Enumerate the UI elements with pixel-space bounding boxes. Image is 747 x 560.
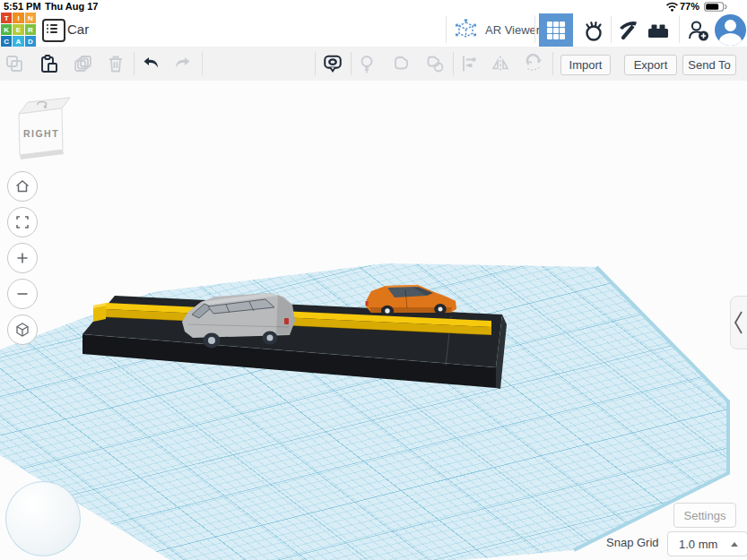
- divider: [611, 16, 612, 43]
- grid-icon: [546, 21, 566, 40]
- home-view-button[interactable]: [7, 171, 38, 202]
- redo-button[interactable]: [171, 53, 193, 74]
- snap-grid-value: 1.0 mm: [668, 538, 731, 551]
- notes-button[interactable]: [322, 53, 343, 74]
- battery-percent: 77%: [680, 1, 699, 12]
- ungroup-button[interactable]: [424, 53, 446, 74]
- ar-viewer-label: AR Viewer: [485, 23, 540, 37]
- scene-3d: RIGHT: [0, 81, 747, 560]
- status-date: Thu Aug 17: [45, 1, 98, 12]
- logo-tile: N: [25, 13, 36, 23]
- logo-tile: A: [13, 36, 23, 47]
- home-icon: [13, 177, 31, 195]
- logo-tile: E: [13, 24, 23, 35]
- shapes-panel-handle[interactable]: [730, 296, 747, 349]
- export-minecraft-button[interactable]: [615, 18, 640, 43]
- divider: [351, 52, 352, 75]
- clock-time: 5:51 PM: [4, 1, 41, 12]
- export-button[interactable]: Export: [624, 55, 677, 75]
- chevron-left-icon: [731, 297, 747, 349]
- divider: [446, 16, 447, 43]
- mirror-button[interactable]: [490, 53, 511, 74]
- copy-button[interactable]: [4, 53, 25, 74]
- logo-tile: K: [1, 24, 12, 35]
- modeling-canvas[interactable]: RIGHT Settings Snap Grid 1.0 mm: [0, 81, 747, 560]
- orbit-pad[interactable]: [5, 481, 81, 556]
- battery-icon: [704, 2, 727, 12]
- add-collaborator-button[interactable]: [686, 18, 711, 43]
- divider: [202, 52, 203, 75]
- tinkercad-logo[interactable]: T I N K E R C A D: [1, 13, 36, 47]
- profile-avatar[interactable]: [715, 14, 746, 46]
- logo-tile: D: [25, 36, 36, 47]
- logo-tile: C: [1, 36, 12, 47]
- import-button[interactable]: Import: [560, 55, 611, 75]
- pickaxe-icon: [616, 19, 639, 42]
- logo-tile: T: [1, 13, 12, 23]
- fit-view-button[interactable]: [7, 207, 38, 237]
- design-title: Car: [67, 13, 89, 47]
- view-cube-label: RIGHT: [23, 128, 59, 139]
- zoom-in-button[interactable]: [7, 243, 38, 273]
- ar-cube-icon: [454, 18, 478, 42]
- minus-icon: [13, 285, 31, 303]
- fit-view-icon: [13, 213, 31, 231]
- settings-button[interactable]: Settings: [673, 503, 736, 528]
- avatar-body: [719, 33, 742, 46]
- workplane-grid-button[interactable]: [539, 13, 573, 47]
- sedan-object[interactable]: [366, 285, 457, 316]
- ruler-magnet-button[interactable]: [523, 53, 544, 74]
- perspective-toggle-button[interactable]: [7, 314, 38, 345]
- logo-tile: I: [13, 13, 23, 23]
- show-all-button[interactable]: [356, 53, 378, 74]
- send-to-button[interactable]: Send To: [682, 55, 736, 75]
- wifi-icon: [665, 2, 679, 12]
- divider: [453, 52, 454, 75]
- avatar-head: [725, 20, 736, 31]
- logo-tile: R: [25, 24, 36, 35]
- zoom-out-button[interactable]: [7, 279, 38, 309]
- group-button[interactable]: [390, 53, 412, 74]
- delete-button[interactable]: [105, 53, 126, 74]
- perspective-cube-icon: [13, 321, 31, 339]
- snap-grid-label: Snap Grid: [606, 531, 659, 555]
- divider: [134, 52, 135, 75]
- lego-brick-icon: [646, 18, 671, 43]
- divider: [534, 16, 535, 43]
- divider: [679, 16, 680, 43]
- grab-hand-icon: [581, 18, 606, 43]
- ar-viewer-button[interactable]: AR Viewer: [448, 13, 540, 47]
- undo-button[interactable]: [141, 53, 162, 74]
- export-brick-button[interactable]: [645, 18, 672, 43]
- header-bar: T I N K E R C A D Car AR Viewe: [0, 13, 747, 47]
- design-menu-icon[interactable]: [42, 19, 65, 42]
- paste-button[interactable]: [38, 53, 59, 74]
- edit-toolbar: Import Export Send To: [0, 47, 747, 82]
- caret-up-icon: [731, 542, 738, 547]
- status-bar: 5:51 PM Thu Aug 17 77%: [0, 0, 747, 13]
- view-cube[interactable]: RIGHT: [19, 98, 70, 159]
- divider: [315, 52, 316, 75]
- grab-hand-button[interactable]: [580, 18, 607, 43]
- align-button[interactable]: [458, 53, 480, 74]
- snap-grid-dropdown[interactable]: 1.0 mm: [667, 531, 747, 556]
- plus-icon: [13, 249, 31, 267]
- divider: [552, 52, 553, 75]
- duplicate-button[interactable]: [72, 53, 93, 74]
- add-person-icon: [687, 19, 710, 42]
